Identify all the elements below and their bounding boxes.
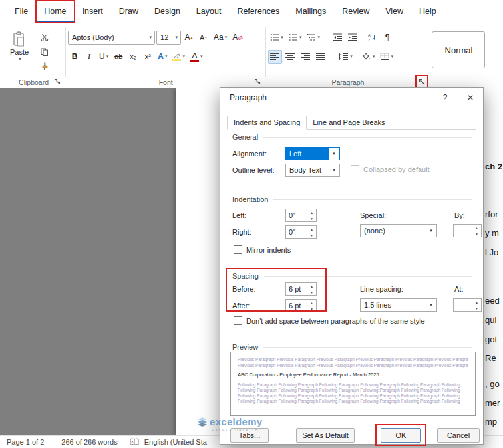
increase-indent-button[interactable]: [346, 31, 359, 45]
spinner-down-icon[interactable]: ▼: [307, 289, 316, 295]
spinner-up-icon[interactable]: ▲: [307, 226, 316, 232]
text-effects-button[interactable]: A▾: [156, 50, 169, 64]
strikethrough-button[interactable]: ab: [112, 50, 125, 64]
alignment-select[interactable]: Left ▾: [285, 147, 340, 160]
align-left-button[interactable]: [268, 50, 282, 64]
tab-draw[interactable]: Draw: [111, 0, 146, 23]
dialog-title-bar[interactable]: Paragraph ? ✕: [220, 88, 483, 108]
decrease-indent-button[interactable]: [331, 31, 345, 45]
dont-add-space-checkbox[interactable]: Don't add space between paragraphs of th…: [234, 316, 425, 325]
cancel-button[interactable]: Cancel: [437, 428, 480, 443]
dialog-help-button[interactable]: ?: [432, 88, 458, 108]
spinner-down-icon[interactable]: ▼: [472, 231, 481, 237]
bold-button[interactable]: B: [68, 50, 81, 64]
tabs-button[interactable]: Tabs...: [230, 428, 269, 443]
tab-view[interactable]: View: [377, 0, 411, 23]
document-text-fragment: eed: [485, 296, 500, 306]
align-center-button[interactable]: [283, 50, 297, 64]
tab-file[interactable]: File: [7, 0, 36, 23]
spinner-up-icon[interactable]: ▲: [472, 225, 481, 231]
multilevel-list-button[interactable]: ▾: [305, 31, 322, 45]
clear-formatting-button[interactable]: A: [230, 31, 245, 45]
ok-button[interactable]: OK: [381, 428, 421, 443]
align-left-icon: [270, 53, 280, 60]
spinner-down-icon[interactable]: ▼: [307, 232, 316, 238]
shrink-font-button[interactable]: A▼: [197, 31, 210, 45]
numbering-button[interactable]: ▾: [287, 31, 304, 45]
chevron-down-icon[interactable]: ▾: [426, 299, 436, 311]
language-indicator[interactable]: English (United Sta: [144, 438, 207, 446]
tab-line-and-page-breaks[interactable]: Line and Page Breaks: [307, 116, 391, 129]
clipboard-dialog-launcher[interactable]: [53, 77, 62, 86]
spacing-before-input[interactable]: 6 pt ▲▼: [285, 282, 317, 296]
justify-button[interactable]: [314, 50, 328, 64]
superscript-button[interactable]: x²: [141, 50, 154, 64]
tab-home[interactable]: Home: [36, 0, 74, 23]
dialog-close-button[interactable]: ✕: [458, 88, 483, 108]
chevron-down-icon[interactable]: ▾: [329, 164, 339, 176]
proofing-status[interactable]: [130, 438, 139, 446]
spacing-after-label: After:: [232, 302, 250, 310]
font-name-select[interactable]: Aptos (Body) ▾: [68, 31, 155, 45]
document-text-fragment: l Jo: [485, 247, 498, 257]
tab-references[interactable]: References: [229, 0, 287, 23]
document-text-fragment: Re: [485, 353, 496, 363]
tab-help[interactable]: Help: [411, 0, 444, 23]
chevron-down-icon[interactable]: ▾: [329, 148, 339, 160]
spinner-down-icon[interactable]: ▼: [307, 215, 316, 221]
indent-right-input[interactable]: 0" ▲▼: [285, 225, 317, 239]
spacing-after-input[interactable]: 6 pt ▲▼: [285, 299, 317, 312]
copy-button[interactable]: [37, 46, 52, 58]
line-spacing-button[interactable]: ▾: [336, 50, 355, 64]
font-size-select[interactable]: 12 ▾: [156, 31, 181, 45]
style-normal[interactable]: Normal: [432, 31, 485, 68]
subscript-button[interactable]: x₂: [126, 50, 140, 64]
spinner-up-icon[interactable]: ▲: [307, 209, 316, 215]
at-label: At:: [454, 285, 463, 293]
align-right-button[interactable]: [299, 50, 313, 64]
tab-design[interactable]: Design: [146, 0, 188, 23]
tab-layout[interactable]: Layout: [188, 0, 230, 23]
tab-insert[interactable]: Insert: [75, 0, 111, 23]
font-color-button[interactable]: A ▾: [188, 50, 205, 64]
change-case-button[interactable]: Aa▾: [212, 31, 229, 45]
spinner-down-icon[interactable]: ▼: [307, 306, 316, 312]
tab-mailings[interactable]: Mailings: [287, 0, 334, 23]
italic-button[interactable]: I: [83, 50, 96, 64]
bullets-button[interactable]: ▾: [268, 31, 285, 45]
chevron-down-icon: ▾: [19, 56, 21, 62]
preview-following-text: Following Paragraph Following Paragraph …: [238, 393, 468, 399]
underline-button[interactable]: U▾: [97, 50, 110, 64]
multilevel-list-icon: [307, 33, 316, 41]
font-dialog-launcher[interactable]: [253, 77, 262, 86]
set-as-default-button[interactable]: Set As Default: [296, 428, 355, 443]
paste-button[interactable]: Paste ▾: [4, 30, 35, 71]
tab-review[interactable]: Review: [334, 0, 377, 23]
line-spacing-icon: [338, 53, 349, 60]
mirror-indents-checkbox[interactable]: Mirror indents: [234, 245, 291, 254]
by-input[interactable]: ▲▼: [453, 224, 482, 237]
highlight-color-button[interactable]: ▾: [170, 50, 187, 64]
show-hide-marks-button[interactable]: ¶: [381, 31, 394, 45]
borders-button[interactable]: ▾: [378, 50, 395, 64]
line-spacing-select[interactable]: 1.5 lines ▾: [360, 298, 437, 312]
paragraph-dialog-launcher[interactable]: [417, 77, 426, 86]
spinner-down-icon[interactable]: ▼: [472, 305, 481, 311]
at-input[interactable]: ▲▼: [453, 298, 482, 312]
indent-left-input[interactable]: 0" ▲▼: [285, 209, 317, 222]
sort-button[interactable]: AZ: [366, 31, 379, 45]
grow-font-button[interactable]: A▲: [182, 31, 196, 45]
spinner-up-icon[interactable]: ▲: [307, 283, 316, 289]
word-count[interactable]: 266 of 266 words: [61, 438, 117, 446]
outline-level-select[interactable]: Body Text ▾: [285, 164, 340, 177]
format-painter-button[interactable]: [37, 60, 52, 72]
dialog-title: Paragraph: [220, 93, 267, 102]
page-indicator[interactable]: Page 1 of 2: [7, 438, 44, 446]
special-select[interactable]: (none) ▾: [360, 224, 437, 237]
cut-button[interactable]: [37, 31, 52, 43]
chevron-down-icon[interactable]: ▾: [426, 225, 436, 237]
shading-button[interactable]: ▾: [360, 50, 377, 64]
spinner-up-icon[interactable]: ▲: [472, 299, 481, 305]
tab-indents-and-spacing[interactable]: Indents and Spacing: [227, 116, 307, 130]
spinner-up-icon[interactable]: ▲: [307, 300, 316, 306]
